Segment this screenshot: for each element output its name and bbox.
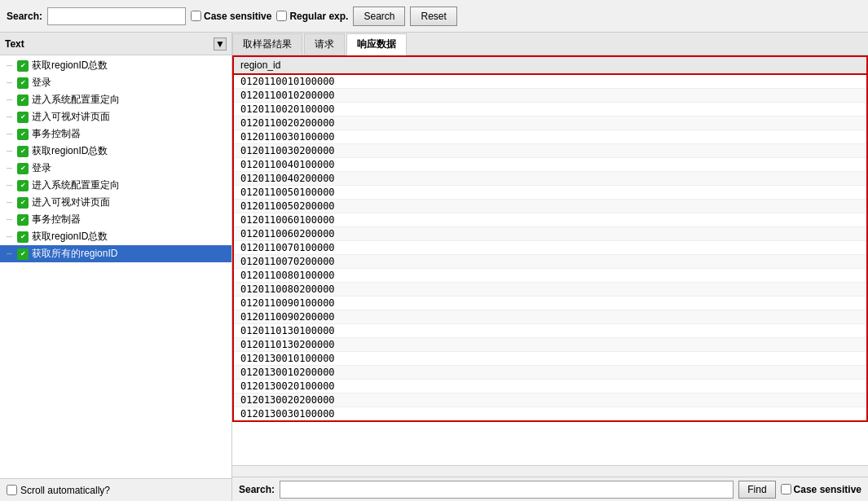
bottom-search-input[interactable] — [280, 481, 734, 499]
tab-bar: 取样器结果请求响应数据 — [232, 33, 868, 55]
tree-connector: ─ — [7, 198, 12, 207]
case-sensitive-label: Case sensitive — [204, 11, 271, 22]
shield-icon — [17, 146, 29, 157]
table-row: 0120110090200000 — [233, 310, 867, 324]
table-row: 0120110060100000 — [233, 213, 867, 227]
table-row: 0120130020100000 — [233, 380, 867, 393]
tree-container[interactable]: ─获取regionID总数─登录─进入系统配置重定向─进入可视对讲页面─事务控制… — [0, 55, 231, 478]
right-panel: 取样器结果请求响应数据 region_id 012011001010000001… — [232, 33, 868, 501]
data-table-container[interactable]: region_id 012011001010000001201100102000… — [232, 55, 868, 465]
shield-icon — [17, 112, 29, 123]
left-bottom-bar: Scroll automatically? — [0, 478, 231, 501]
tree-item[interactable]: ─事务控制器 — [0, 211, 231, 228]
table-row: 0120110050200000 — [233, 200, 867, 213]
table-row: 0120110130200000 — [233, 338, 867, 352]
search-input[interactable] — [47, 7, 186, 25]
left-panel: Text ▼ ─获取regionID总数─登录─进入系统配置重定向─进入可视对讲… — [0, 33, 232, 501]
search-label: Search: — [7, 11, 42, 22]
table-row: 0120110010200000 — [233, 89, 867, 103]
top-search-bar: Search: Case sensitive Regular exp. Sear… — [0, 0, 868, 33]
tab-response[interactable]: 响应数据 — [346, 33, 407, 55]
left-panel-header: Text ▼ — [0, 33, 231, 55]
tree-item[interactable]: ─获取regionID总数 — [0, 143, 231, 160]
text-column-label: Text — [5, 38, 24, 50]
table-row: 0120110080100000 — [233, 269, 867, 283]
table-row: 0120110030100000 — [233, 130, 867, 144]
table-row: 0120130010100000 — [233, 352, 867, 366]
table-row: 0120110070200000 — [233, 255, 867, 269]
tree-connector: ─ — [7, 130, 12, 138]
shield-icon — [17, 60, 29, 72]
tree-item[interactable]: ─进入系统配置重定向 — [0, 177, 231, 194]
shield-icon — [17, 94, 29, 106]
table-row: 0120110030200000 — [233, 144, 867, 158]
tree-item-label: 进入系统配置重定向 — [32, 93, 120, 107]
tree-item[interactable]: ─进入系统配置重定向 — [0, 91, 231, 108]
scroll-auto-checkbox[interactable] — [7, 485, 17, 495]
tree-item[interactable]: ─登录 — [0, 74, 231, 91]
tree-item[interactable]: ─登录 — [0, 160, 231, 177]
bottom-search-label: Search: — [239, 484, 275, 495]
tree-connector: ─ — [7, 181, 12, 190]
data-area: region_id 012011001010000001201100102000… — [232, 55, 868, 477]
case-sensitive-checkbox[interactable] — [191, 11, 201, 21]
tree-item-label: 进入可视对讲页面 — [32, 110, 110, 124]
tree-connector: ─ — [7, 164, 12, 173]
horizontal-scrollbar[interactable] — [232, 465, 868, 477]
shield-icon — [17, 214, 29, 226]
region-id-header: region_id — [233, 56, 867, 74]
tab-request[interactable]: 请求 — [304, 33, 345, 55]
tab-sampler[interactable]: 取样器结果 — [232, 33, 302, 55]
bottom-case-checkbox[interactable] — [781, 484, 791, 494]
table-row: 0120110020200000 — [233, 116, 867, 130]
tree-item[interactable]: ─获取regionID总数 — [0, 57, 231, 74]
tree-item[interactable]: ─获取regionID总数 — [0, 228, 231, 245]
bottom-search-bar: Search: Find Case sensitive — [232, 477, 868, 501]
table-row: 0120110080200000 — [233, 283, 867, 297]
tree-item-label: 获取所有的regionID — [32, 247, 117, 261]
search-button[interactable]: Search — [353, 7, 405, 26]
regex-checkbox[interactable] — [276, 11, 287, 21]
tree-item-label: 获取regionID总数 — [32, 59, 108, 73]
find-button[interactable]: Find — [738, 481, 775, 499]
reset-button[interactable]: Reset — [410, 7, 456, 26]
case-sensitive-group: Case sensitive — [191, 11, 271, 22]
tree-connector: ─ — [7, 249, 12, 258]
tree-connector: ─ — [7, 147, 12, 156]
table-row: 0120110060200000 — [233, 227, 867, 241]
table-row: 0120110090100000 — [233, 297, 867, 310]
shield-icon — [17, 77, 29, 89]
shield-icon — [17, 163, 29, 174]
tree-item-label: 进入系统配置重定向 — [32, 178, 120, 192]
shield-icon — [17, 129, 29, 140]
tree-item[interactable]: ─获取所有的regionID — [0, 245, 231, 262]
tree-connector: ─ — [7, 61, 12, 70]
tree-connector: ─ — [7, 112, 12, 121]
tree-connector: ─ — [7, 232, 12, 241]
shield-icon — [17, 197, 29, 209]
bottom-case-label: Case sensitive — [794, 484, 861, 495]
tree-item[interactable]: ─进入可视对讲页面 — [0, 194, 231, 211]
table-row: 0120130010200000 — [233, 366, 867, 380]
tree-item-label: 事务控制器 — [32, 127, 81, 141]
shield-icon — [17, 248, 29, 260]
tree-item-label: 进入可视对讲页面 — [32, 196, 110, 209]
table-row: 0120130030100000 — [233, 407, 867, 422]
tree-item-label: 登录 — [32, 161, 51, 175]
tree-item[interactable]: ─事务控制器 — [0, 125, 231, 143]
table-row: 0120110130100000 — [233, 324, 867, 338]
tree-item-label: 获取regionID总数 — [32, 230, 108, 244]
scroll-auto-label: Scroll automatically? — [20, 485, 110, 496]
table-row: 0120110070100000 — [233, 241, 867, 255]
shield-icon — [17, 231, 29, 243]
tree-item-label: 获取regionID总数 — [32, 144, 108, 158]
table-row: 0120110050100000 — [233, 186, 867, 200]
regex-group: Regular exp. — [276, 11, 348, 22]
table-row: 0120130020200000 — [233, 393, 867, 407]
tree-item[interactable]: ─进入可视对讲页面 — [0, 108, 231, 125]
bottom-case-group: Case sensitive — [781, 484, 861, 495]
dropdown-arrow[interactable]: ▼ — [214, 37, 227, 51]
tree-item-label: 登录 — [32, 76, 51, 90]
table-row: 0120110020100000 — [233, 103, 867, 116]
table-row: 0120110010100000 — [233, 74, 867, 89]
